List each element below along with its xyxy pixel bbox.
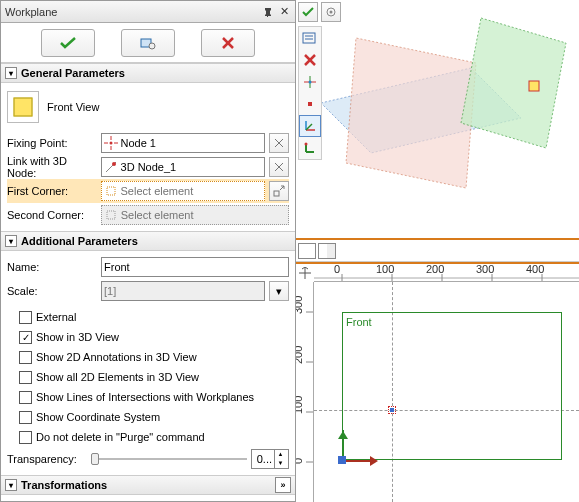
tool-point-button[interactable] — [299, 93, 321, 115]
svg-line-19 — [280, 186, 284, 190]
nopurge-checkbox[interactable] — [19, 431, 32, 444]
viewport-3d[interactable] — [296, 0, 579, 240]
axis-y-arrow — [338, 426, 348, 439]
apply-button[interactable] — [41, 29, 95, 57]
section-additional-label: Additional Parameters — [21, 235, 138, 247]
link-3d-field[interactable] — [101, 157, 265, 177]
ruler-horizontal: 0 100 200 300 400 — [314, 264, 579, 282]
link-3d-node-label: Link with 3D Node: — [7, 155, 97, 179]
section-general-label: General Parameters — [21, 67, 125, 79]
transparency-slider[interactable] — [91, 450, 247, 468]
first-corner-label: First Corner: — [7, 185, 97, 197]
show2dann-checkbox[interactable] — [19, 351, 32, 364]
svg-rect-4 — [14, 98, 32, 116]
svg-text:300: 300 — [476, 264, 494, 275]
chevron-down-icon-3: ▾ — [5, 479, 17, 491]
properties-panel: Workplane ✕ ▾ General Parameters Front V… — [0, 0, 296, 502]
expand-button[interactable]: » — [275, 477, 291, 493]
first-corner-input[interactable] — [119, 182, 264, 200]
viewport-corner-icon — [299, 267, 311, 279]
section-general[interactable]: ▾ General Parameters — [1, 63, 295, 83]
tool-lcs-button[interactable] — [299, 115, 321, 137]
tool-corner-button[interactable] — [299, 137, 321, 159]
svg-rect-26 — [529, 81, 539, 91]
scale-dropdown-button[interactable]: ▾ — [269, 281, 289, 301]
tab-split-view[interactable] — [318, 243, 336, 259]
spin-up[interactable]: ▲ — [274, 450, 286, 459]
second-corner-field — [101, 205, 289, 225]
showcoord-checkbox[interactable] — [19, 411, 32, 424]
svg-text:200: 200 — [296, 346, 304, 364]
cancel-button[interactable] — [201, 29, 255, 57]
select-element-icon — [104, 183, 119, 199]
nopurge-label: Do not delete in "Purge" command — [36, 431, 205, 443]
fixing-point-label: Fixing Point: — [7, 137, 97, 149]
showlines-checkbox[interactable] — [19, 391, 32, 404]
origin-handle[interactable] — [338, 456, 346, 464]
axis-x — [342, 460, 372, 462]
ruler-vertical: 300 200 100 0 — [296, 282, 314, 502]
target-marker[interactable] — [388, 406, 396, 414]
tool-options-button[interactable] — [299, 27, 321, 49]
section-additional[interactable]: ▾ Additional Parameters — [1, 231, 295, 251]
svg-point-28 — [330, 11, 333, 14]
svg-point-6 — [110, 142, 113, 145]
vp-settings-button[interactable] — [321, 2, 341, 22]
svg-point-36 — [309, 81, 312, 84]
external-checkbox[interactable] — [19, 311, 32, 324]
spin-down[interactable]: ▼ — [274, 459, 286, 468]
name-input[interactable] — [102, 258, 288, 276]
preview-button[interactable] — [121, 29, 175, 57]
close-panel-button[interactable]: ✕ — [277, 5, 291, 19]
svg-point-1 — [149, 43, 155, 49]
svg-line-40 — [306, 124, 312, 130]
action-toolbar — [1, 23, 295, 63]
svg-rect-17 — [107, 187, 115, 195]
show3d-checkbox[interactable]: ✓ — [19, 331, 32, 344]
chevron-down-icon: ▾ — [5, 67, 17, 79]
view-type-icon[interactable] — [7, 91, 39, 123]
showcoord-label: Show Coordinate System — [36, 411, 160, 423]
svg-point-14 — [112, 162, 116, 166]
panel-titlebar: Workplane ✕ — [1, 1, 295, 23]
link-3d-input[interactable] — [119, 158, 264, 176]
view-type-label: Front View — [47, 101, 99, 113]
second-corner-label: Second Corner: — [7, 209, 97, 221]
svg-text:300: 300 — [296, 296, 304, 314]
svg-text:400: 400 — [526, 264, 544, 275]
external-label: External — [36, 311, 76, 323]
view-tab-bar — [296, 240, 579, 262]
showall2d-checkbox[interactable] — [19, 371, 32, 384]
node3d-picker-icon — [104, 159, 119, 175]
showlines-label: Show Lines of Intersections with Workpla… — [36, 391, 254, 403]
svg-text:100: 100 — [296, 396, 304, 414]
section-transformations[interactable]: ▾ Transformations » — [1, 475, 295, 495]
tab-single-view[interactable] — [298, 243, 316, 259]
vp-accept-button[interactable] — [298, 2, 318, 22]
fixing-point-field[interactable] — [101, 133, 265, 153]
fixing-point-clear-button[interactable] — [269, 133, 289, 153]
svg-rect-22 — [107, 211, 115, 219]
ruler-tick: 0 — [334, 264, 340, 275]
vp3d-left-toolbar — [298, 26, 322, 160]
first-corner-field[interactable] — [101, 181, 265, 201]
transparency-value[interactable] — [252, 452, 274, 466]
viewport-2d[interactable]: 0 100 200 300 400 300 200 100 0 — [296, 262, 579, 502]
scale-input[interactable] — [102, 282, 264, 300]
workplane-label: Front — [346, 316, 372, 328]
name-label: Name: — [7, 261, 97, 273]
fixing-point-input[interactable] — [119, 134, 264, 152]
tool-origin-button[interactable] — [299, 71, 321, 93]
pin-button[interactable] — [261, 5, 275, 19]
scale-field[interactable] — [101, 281, 265, 301]
tool-delete-button[interactable] — [299, 49, 321, 71]
viewport-area: 0 100 200 300 400 300 200 100 0 — [296, 0, 579, 502]
transparency-spinner[interactable]: ▲▼ — [251, 449, 289, 469]
svg-rect-18 — [274, 191, 279, 196]
name-field[interactable] — [101, 257, 289, 277]
workplane-rect[interactable] — [342, 312, 562, 460]
canvas-2d[interactable]: Front — [314, 282, 579, 502]
link-3d-clear-button[interactable] — [269, 157, 289, 177]
first-corner-aux-button[interactable] — [269, 181, 289, 201]
svg-marker-25 — [461, 18, 566, 148]
